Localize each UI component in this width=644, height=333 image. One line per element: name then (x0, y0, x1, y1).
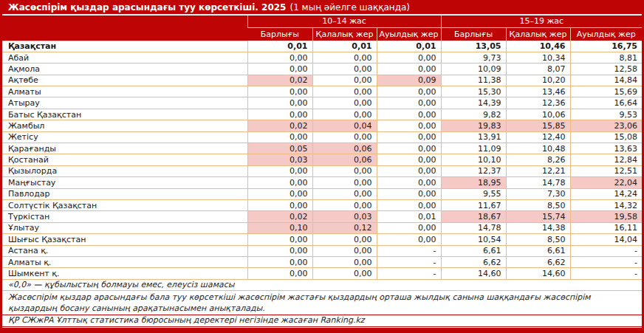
value-cell: 0,00 (247, 188, 312, 199)
value-cell: - (570, 256, 642, 267)
value-cell: 12,84 (570, 154, 642, 165)
value-cell: 0,00 (312, 109, 377, 120)
value-cell: 0,00 (377, 86, 441, 97)
value-cell: 0,00 (247, 199, 312, 210)
table-row: Абай0,000,000,009,7310,348,81 (2, 52, 642, 63)
value-cell: 14,60 (506, 268, 570, 279)
title-bar: Жасөспірім қыздар арасындағы туу көрсетк… (2, 0, 642, 14)
value-cell: 14,04 (570, 234, 642, 245)
value-cell: 9,82 (441, 109, 506, 120)
value-cell: 10,54 (441, 234, 506, 245)
value-cell: 0,00 (377, 63, 441, 75)
value-cell: 0,00 (312, 245, 377, 256)
table-row: Түркістан0,020,030,0118,6715,7419,58 (2, 211, 642, 222)
value-cell: 15,30 (441, 86, 506, 97)
value-cell: - (570, 268, 642, 279)
value-cell: 0,00 (377, 143, 441, 154)
value-cell: 14,78 (441, 222, 506, 233)
value-cell: 7,30 (506, 188, 570, 199)
age-group-header-row: 10–14 жас 15–19 жас (2, 16, 642, 27)
value-cell: 6,62 (506, 256, 570, 267)
source-attribution: ҚР СЖжРА Ұлттық статистика бюросының дер… (2, 315, 642, 327)
table-row: Шығыс Қазақстан0,000,000,0010,548,5014,0… (2, 234, 642, 245)
value-cell: 8,50 (506, 199, 570, 210)
value-cell: 0,00 (247, 52, 312, 63)
value-cell: 15,85 (506, 120, 570, 131)
value-cell: 14,38 (506, 222, 570, 233)
value-cell: 15,69 (570, 86, 642, 97)
region-name-cell: Шымкент қ. (2, 268, 247, 279)
value-cell: - (570, 245, 642, 256)
value-cell: 11,09 (441, 143, 506, 154)
region-column-header (2, 16, 247, 41)
region-name-cell: Солтүстік Қазақстан (2, 199, 247, 210)
table-row: Жетісу0,000,000,0013,9112,4015,08 (2, 131, 642, 143)
region-name-cell: Қазақстан (2, 41, 247, 52)
value-cell: - (377, 256, 441, 267)
value-cell: 22,04 (570, 177, 642, 188)
page-title: Жасөспірім қыздар арасындағы туу көрсетк… (8, 2, 286, 13)
region-name-cell: Жетісу (2, 131, 247, 143)
value-cell: 0,00 (247, 245, 312, 256)
value-cell: 0,00 (377, 188, 441, 199)
value-cell: 18,95 (441, 177, 506, 188)
table-row: Шымкент қ.0,000,00-14,6014,60- (2, 268, 642, 279)
value-cell: 0,00 (247, 177, 312, 188)
value-cell: 16,11 (570, 222, 642, 233)
table-row: Атырау0,000,000,0014,3912,3616,64 (2, 97, 642, 109)
value-cell: 0,00 (247, 234, 312, 245)
value-cell: 6,61 (441, 245, 506, 256)
value-cell: 9,53 (570, 109, 642, 120)
age-group-10-14-header: 10–14 жас (247, 16, 441, 27)
footnote-methodology: Жасөспірім қыздар арасындағы бала туу кө… (2, 291, 642, 315)
value-cell: 19,58 (570, 211, 642, 222)
value-cell: 8,26 (506, 154, 570, 165)
table-row: Маңғыстау0,000,000,0018,9514,7822,04 (2, 177, 642, 188)
value-cell: 15,08 (570, 131, 642, 143)
value-cell: 0,03 (312, 211, 377, 222)
value-cell: 0,00 (377, 109, 441, 120)
table-row: Қостанай0,030,060,0010,108,2612,84 (2, 154, 642, 165)
table-row: Алматы0,000,000,0015,3013,4615,69 (2, 86, 642, 97)
value-cell: 12,51 (570, 165, 642, 176)
value-cell: 0,00 (312, 75, 377, 86)
col-header-total-10-14: Барлығы (247, 27, 312, 41)
value-cell: 13,63 (570, 143, 642, 154)
value-cell: 0,00 (312, 131, 377, 143)
value-cell: 0,00 (247, 86, 312, 97)
value-cell: 0,01 (377, 41, 441, 52)
value-cell: 8,07 (506, 63, 570, 75)
value-cell: 0,00 (377, 222, 441, 233)
value-cell: 12,58 (570, 63, 642, 75)
region-name-cell: Атырау (2, 97, 247, 109)
value-cell: 0,00 (247, 131, 312, 143)
value-cell: 0,02 (247, 75, 312, 86)
value-cell: 9,73 (441, 52, 506, 63)
value-cell: 0,00 (247, 109, 312, 120)
value-cell: 0,00 (312, 177, 377, 188)
region-name-cell: Қостанай (2, 154, 247, 165)
col-header-total-15-19: Барлығы (441, 27, 506, 41)
value-cell: 0,10 (247, 222, 312, 233)
region-name-cell: Павлодар (2, 188, 247, 199)
value-cell: 18,67 (441, 211, 506, 222)
value-cell: 0,00 (312, 234, 377, 245)
table-row: Жамбыл0,020,040,0019,8315,8523,06 (2, 120, 642, 131)
value-cell: 14,60 (441, 268, 506, 279)
value-cell: 0,01 (377, 211, 441, 222)
value-cell: 0,01 (247, 41, 312, 52)
value-cell: 0,00 (312, 188, 377, 199)
value-cell: 14,84 (570, 75, 642, 86)
table-header: 10–14 жас 15–19 жас Барлығы Қалалық жер … (2, 16, 642, 41)
region-name-cell: Қызылорда (2, 165, 247, 176)
value-cell: 0,00 (377, 97, 441, 109)
footnote-zero-note: «0,0» — құбылыстың болмауы емес, елеусіз… (2, 280, 642, 291)
value-cell: 13,46 (506, 86, 570, 97)
value-cell: 0,02 (247, 211, 312, 222)
value-cell: 10,20 (506, 75, 570, 86)
title-unit: (1 мың әйелге шаққанда) (290, 2, 410, 13)
value-cell: 0,06 (312, 154, 377, 165)
value-cell: 0,00 (247, 256, 312, 267)
region-name-cell: Қарағанды (2, 143, 247, 154)
value-cell: 0,00 (377, 52, 441, 63)
